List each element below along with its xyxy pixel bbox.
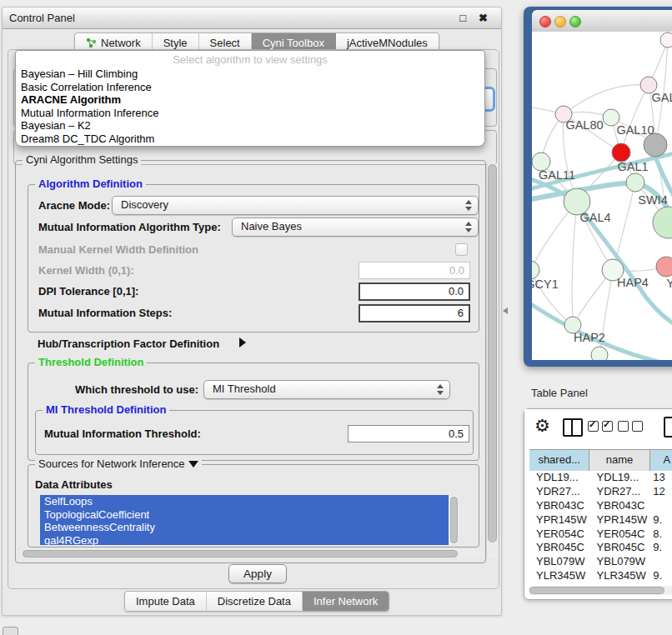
node-label: Y — [666, 277, 672, 290]
table-cell: YBR043C — [590, 499, 651, 513]
collapse-down-icon[interactable] — [188, 461, 198, 468]
dpi-tolerance-field[interactable]: 0.0 — [359, 282, 470, 301]
mi-algorithm-type-label: Mutual Information Algorithm Type: — [38, 221, 221, 233]
aracne-mode-combobox[interactable]: Discovery — [112, 196, 479, 215]
network-node[interactable] — [612, 143, 630, 162]
column-header-shared[interactable]: shared... — [529, 450, 589, 471]
spinner-down-icon — [465, 207, 472, 211]
network-node[interactable] — [644, 133, 667, 157]
attribute-list-item[interactable]: SelfLoops — [40, 495, 449, 508]
table-row[interactable]: YPR145WYPR145W9. — [529, 513, 672, 528]
network-node[interactable] — [653, 207, 672, 238]
node-label: SWI4 — [638, 193, 667, 207]
zoom-traffic-light[interactable] — [569, 16, 581, 28]
network-node-y[interactable] — [656, 257, 672, 277]
bottom-tab-infer-network[interactable]: Infer Network — [303, 592, 389, 611]
mi-threshold-label: Mutual Information Threshold: — [44, 428, 201, 440]
splitter-collapse-icon[interactable] — [503, 308, 508, 314]
settings-hscrollbar-thumb[interactable] — [23, 550, 458, 558]
algorithm-dropdown-items: Bayesian – Hill ClimbingBasic Correlatio… — [16, 68, 484, 146]
column-header-name[interactable]: name — [589, 450, 649, 471]
algorithm-dropdown-list: Select algorithm to view settings Bayesi… — [15, 50, 485, 147]
mi-steps-label: Mutual Information Steps: — [38, 307, 172, 319]
deselect-all-icon[interactable] — [618, 421, 643, 432]
algorithm-option[interactable]: Dream8 DC_TDC Algorithm — [16, 132, 484, 146]
which-threshold-label: Which threshold to use: — [75, 383, 198, 396]
minimize-traffic-light[interactable] — [554, 16, 566, 28]
table-row[interactable]: YER054CYER054C8. — [529, 528, 672, 542]
table-cell — [650, 555, 672, 569]
settings-hscrollbar[interactable] — [21, 549, 481, 558]
mi-threshold-field[interactable]: 0.5 — [348, 425, 469, 442]
mi-steps-field[interactable]: 6 — [359, 304, 470, 322]
bottom-tab-impute-data[interactable]: Impute Data — [125, 592, 207, 611]
attribute-list-scrollbar[interactable] — [449, 496, 459, 544]
network-node[interactable] — [591, 347, 608, 360]
attribute-list-item[interactable]: TopologicalCoefficient — [40, 508, 449, 522]
table-cell: 13 — [650, 471, 672, 485]
column-header-a[interactable]: A — [650, 450, 672, 471]
table-cell: YLR345W — [590, 569, 651, 583]
gear-icon[interactable]: ⚙ — [534, 416, 550, 436]
table-options-icon[interactable] — [664, 417, 672, 438]
algorithm-option[interactable]: Bayesian – Hill Climbing — [16, 68, 484, 81]
data-attributes-list[interactable]: SelfLoopsTopologicalCoefficientBetweenne… — [40, 495, 449, 545]
network-view-window[interactable]: GALGAL80GAL10GAL1GAL11GAL4GCY1HAP4YHAP2S… — [524, 7, 672, 367]
table-row[interactable]: YDL19...YDL19...13 — [529, 471, 672, 485]
network-edge[interactable] — [564, 85, 649, 114]
network-node-gcy1[interactable] — [532, 261, 539, 279]
attribute-list-item[interactable]: gal4RGexp — [40, 534, 449, 546]
network-canvas[interactable]: GALGAL80GAL10GAL1GAL11GAL4GCY1HAP4YHAP2S… — [532, 32, 672, 360]
table-row[interactable]: YIL052CYIL052C9 — [529, 583, 672, 584]
table-header: shared...nameA — [529, 449, 672, 472]
table-cell — [650, 499, 672, 513]
algorithm-option[interactable]: Basic Correlation Inference — [16, 81, 484, 94]
attribute-list-item[interactable]: BetweennessCentrality — [40, 521, 449, 534]
checked-box-icon — [602, 421, 613, 432]
close-traffic-light[interactable] — [539, 16, 551, 28]
float-window-icon[interactable]: □ — [459, 8, 466, 28]
network-node[interactable] — [660, 32, 672, 48]
which-threshold-combobox[interactable]: MI Threshold — [203, 380, 450, 399]
table-cell: 9. — [650, 541, 672, 555]
kernel-width-field[interactable]: 0.0 — [359, 262, 470, 279]
table-row[interactable]: YBL079WYBL079W — [529, 555, 672, 569]
close-window-icon[interactable]: ✖ — [479, 8, 488, 28]
cyni-toolbox-panel: Select algorithm to view settings Bayesi… — [8, 49, 499, 589]
control-panel-titlebar[interactable]: Control Panel □ ✖ — [3, 8, 501, 29]
which-threshold-value: MI Threshold — [213, 382, 276, 395]
settings-vscrollbar[interactable] — [486, 162, 498, 560]
sources-title: Sources for Network Inference — [35, 458, 202, 470]
bottom-tab-discretize-data[interactable]: Discretize Data — [207, 592, 303, 611]
tab-label: Discretize Data — [218, 592, 291, 611]
kernel-width-label: Kernel Width (0,1): — [38, 264, 134, 277]
settings-vscrollbar-thumb[interactable] — [488, 164, 497, 542]
algorithm-option[interactable]: Mutual Information Inference — [16, 107, 484, 120]
panel-corner-icon[interactable] — [3, 627, 18, 635]
table-cell: YBL079W — [590, 555, 651, 569]
table-cell: YDR27... — [590, 485, 651, 499]
network-graph: GALGAL80GAL10GAL1GAL11GAL4GCY1HAP4YHAP2S… — [532, 32, 672, 360]
expand-right-icon[interactable] — [239, 338, 246, 348]
network-node-gal1[interactable] — [626, 173, 644, 192]
apply-button[interactable]: Apply — [228, 564, 287, 583]
select-all-icon[interactable] — [588, 421, 613, 432]
split-columns-icon[interactable] — [563, 418, 583, 437]
table-row[interactable]: YBR045CYBR045C9. — [529, 541, 672, 555]
network-edge[interactable] — [572, 202, 577, 325]
algorithm-option[interactable]: Bayesian – K2 — [16, 119, 484, 132]
algorithm-option[interactable]: ARACNE Algorithm — [16, 93, 484, 107]
network-window-titlebar[interactable] — [532, 10, 672, 32]
table-hscrollbar-thumb[interactable] — [529, 587, 664, 594]
mi-algorithm-type-combobox[interactable]: Naive Bayes — [232, 218, 479, 237]
table-row[interactable]: YBR043CYBR043C — [529, 499, 672, 513]
cyni-algorithm-settings-group: Cyni Algorithm Settings Algorithm Defini… — [15, 160, 486, 563]
table-row[interactable]: YDR27...YDR27...12 — [529, 485, 672, 499]
attribute-list-scrollbar-thumb[interactable] — [450, 497, 458, 543]
node-label: GAL11 — [539, 168, 575, 182]
node-label: GAL1 — [617, 160, 648, 173]
table-hscrollbar[interactable] — [528, 586, 672, 595]
manual-kernel-width-checkbox[interactable] — [455, 243, 468, 256]
table-row[interactable]: YLR345WYLR345W9. — [529, 569, 672, 583]
table-cell: YBR045C — [590, 541, 651, 555]
